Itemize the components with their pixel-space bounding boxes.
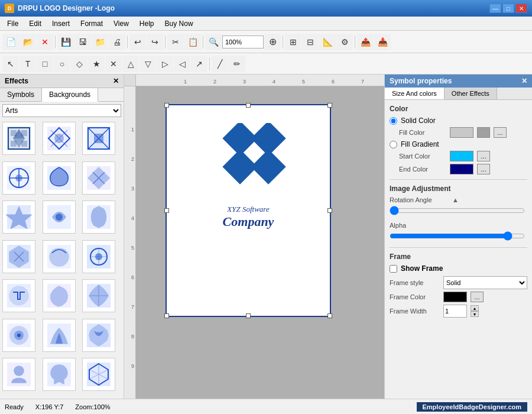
menu-file[interactable]: File [2, 18, 23, 29]
frame-width-input[interactable] [443, 305, 467, 318]
list-item[interactable] [43, 319, 76, 352]
end-color-swatch[interactable] [450, 164, 473, 174]
list-item[interactable] [2, 200, 35, 234]
close-file-button[interactable]: ✕ [37, 34, 53, 50]
close-button[interactable]: ✕ [515, 4, 527, 13]
handle-mr[interactable] [327, 208, 332, 213]
curve-tool[interactable]: ↗ [191, 56, 207, 72]
fill-gradient-radio[interactable] [390, 141, 397, 148]
list-item[interactable] [2, 319, 35, 352]
undo-button[interactable]: ↩ [129, 34, 146, 50]
handle-tl[interactable] [164, 103, 169, 108]
fill-color-swatch[interactable] [450, 127, 473, 138]
menu-edit[interactable]: Edit [24, 18, 46, 29]
select-tool[interactable]: ↖ [2, 56, 19, 72]
frame-width-down[interactable]: ▼ [471, 311, 479, 317]
grid-button[interactable]: ⊟ [302, 34, 319, 50]
down-triangle-tool[interactable]: ▽ [140, 56, 156, 72]
maximize-button[interactable]: □ [502, 4, 514, 13]
solid-color-radio[interactable] [390, 117, 397, 125]
rotation-slider[interactable] [390, 206, 525, 215]
ellipse-tool[interactable]: ○ [54, 56, 70, 72]
show-frame-checkbox[interactable] [390, 265, 397, 273]
frame-width-up[interactable]: ▲ [471, 305, 479, 311]
list-item[interactable] [2, 279, 35, 312]
new-button[interactable]: 📄 [2, 34, 19, 50]
list-item[interactable] [43, 161, 76, 195]
handle-tr[interactable] [327, 103, 332, 108]
pencil-tool[interactable]: ✏ [229, 56, 245, 72]
list-item[interactable] [2, 358, 35, 391]
list-item[interactable] [82, 161, 115, 195]
left-triangle-tool[interactable]: ◁ [174, 56, 190, 72]
redo-button[interactable]: ↪ [147, 34, 163, 50]
effects-close[interactable]: ✕ [113, 77, 119, 85]
open-button[interactable]: 📂 [20, 34, 36, 50]
line-tool[interactable]: ╱ [212, 56, 228, 72]
settings-button[interactable]: ⚙ [336, 34, 353, 50]
open-folder-button[interactable]: 📁 [92, 34, 108, 50]
import-button[interactable]: 📥 [374, 34, 391, 50]
menu-insert[interactable]: Insert [47, 18, 74, 29]
list-item[interactable] [82, 122, 115, 155]
menu-help[interactable]: Help [135, 18, 159, 29]
frame-style-select[interactable]: Solid Dashed Dotted Double [443, 276, 527, 289]
right-triangle-tool[interactable]: ▷ [157, 56, 173, 72]
list-item[interactable] [43, 122, 76, 155]
canvas-viewport[interactable]: XYZ Software Company [136, 86, 384, 399]
tab-size-colors[interactable]: Size And colors [385, 88, 445, 99]
menu-format[interactable]: Format [76, 18, 108, 29]
list-item[interactable] [82, 240, 115, 273]
list-item[interactable] [43, 279, 76, 312]
cut-button[interactable]: ✂ [167, 34, 184, 50]
handle-tm[interactable] [246, 103, 251, 108]
list-item[interactable] [2, 122, 35, 155]
tab-other-effects[interactable]: Other Effects [445, 88, 497, 99]
tab-symbols[interactable]: Symbols [0, 88, 42, 101]
handle-br[interactable] [327, 313, 332, 318]
fill-color-more[interactable]: … [494, 127, 507, 138]
fit-page-button[interactable]: ⊞ [285, 34, 301, 50]
fill-color-swatch2[interactable] [477, 127, 490, 138]
text-tool[interactable]: T [20, 56, 36, 72]
rp-close[interactable]: ✕ [521, 77, 527, 85]
list-item[interactable] [43, 200, 76, 234]
star-tool[interactable]: ★ [88, 56, 105, 72]
handle-bm[interactable] [246, 313, 251, 318]
list-item[interactable] [82, 279, 115, 312]
list-item[interactable] [43, 358, 76, 391]
handle-bl[interactable] [164, 313, 169, 318]
category-select[interactable]: Arts Business Education Food Medical Nat… [2, 104, 121, 117]
canvas-document[interactable]: XYZ Software Company [166, 104, 331, 317]
zoom-out-button[interactable]: 🔍 [205, 34, 222, 50]
list-item[interactable] [82, 200, 115, 234]
handle-ml[interactable] [164, 208, 169, 213]
list-item[interactable] [2, 240, 35, 273]
start-color-more[interactable]: … [477, 151, 490, 161]
menu-buynow[interactable]: Buy Now [160, 18, 198, 29]
save-as-button[interactable]: 🖫 [74, 34, 91, 50]
start-color-swatch[interactable] [450, 151, 473, 161]
list-item[interactable] [2, 161, 35, 195]
zoom-in-button[interactable]: ⊕ [264, 34, 281, 50]
menu-view[interactable]: View [109, 18, 134, 29]
list-item[interactable] [82, 319, 115, 352]
list-item[interactable] [43, 240, 76, 273]
frame-color-swatch[interactable] [443, 292, 467, 302]
end-color-more[interactable]: … [477, 164, 490, 174]
print-button[interactable]: 🖨 [109, 34, 125, 50]
alpha-slider[interactable] [390, 231, 525, 241]
poly-tool[interactable]: ◇ [71, 56, 87, 72]
save-button[interactable]: 💾 [57, 34, 74, 50]
arrow-tool[interactable]: ✕ [105, 56, 122, 72]
list-item[interactable] [82, 358, 115, 391]
triangle-tool[interactable]: △ [122, 56, 139, 72]
frame-color-more[interactable]: … [471, 292, 484, 302]
zoom-input[interactable]: 100% [222, 35, 264, 48]
rulers-button[interactable]: 📐 [319, 34, 336, 50]
export-button[interactable]: 📤 [357, 34, 374, 50]
tab-backgrounds[interactable]: Backgrounds [42, 88, 98, 102]
minimize-button[interactable]: — [489, 4, 501, 13]
rect-tool[interactable]: □ [37, 56, 53, 72]
paste-button[interactable]: 📋 [184, 34, 201, 50]
